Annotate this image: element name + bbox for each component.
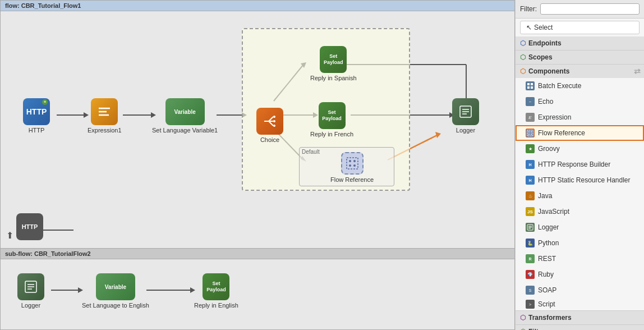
subflow-title: sub-flow: [5,250,33,257]
scopes-icon: ⬡ [520,53,526,61]
http-response-label: HTTP Response Builder [538,161,610,168]
rest-icon: R [526,254,535,263]
sidebar-item-http-response[interactable]: H HTTP Response Builder [516,157,644,172]
svg-point-47 [528,134,530,135]
collapse-icon[interactable]: ⇄ [634,67,641,76]
choice-label: Choice [260,136,279,143]
set-lang-english-node[interactable]: Variable Set Language to English [82,273,149,309]
section-scopes: ⬡ Scopes [516,51,644,65]
sidebar-item-java[interactable]: ♨ Java [516,188,644,204]
ruby-icon: 💎 [526,270,535,279]
sidebar-item-http-static[interactable]: H HTTP Static Resource Handler [516,172,644,188]
set-lang-english-label: Set Language to English [82,302,149,309]
transformers-icon: ⬡ [520,314,526,322]
expression-node[interactable]: Expression1 [88,98,122,134]
reply-english-label: Reply in English [194,302,238,309]
sidebar-item-python[interactable]: 🐍 Python [516,235,644,251]
export-icon[interactable]: ⬆ [6,230,13,241]
sidebar: Filter: ↖ Select ⬡ Endpoints ⬡ Scopes [515,0,644,330]
sidebar-item-soap[interactable]: S SOAP [516,282,644,298]
sidebar-item-echo[interactable]: ~ Echo [516,94,644,109]
subflow-arrows [1,259,514,328]
subflow-content: Logger Variable Set Language to English … [1,259,514,328]
rest-label: REST [538,255,556,263]
script-label: Script [538,300,555,308]
javascript-icon: JS [526,207,535,216]
transformers-header[interactable]: ⬡ Transformers [516,311,644,324]
section-transformers: ⬡ Transformers [516,311,644,325]
set-language-node[interactable]: Variable Set Language Variable1 [152,98,218,134]
flow-panel: flow: CBR_Tutorial_Flow1 [0,0,515,249]
scopes-header[interactable]: ⬡ Scopes [516,51,644,64]
sidebar-item-groovy[interactable]: ★ Groovy [516,141,644,157]
python-icon: 🐍 [526,239,535,247]
flow-header: flow: CBR_Tutorial_Flow1 [1,1,514,11]
filter-input[interactable] [540,3,640,15]
http-static-icon: H [526,176,535,185]
subflow-name: CBR_TutorialFlow2 [34,250,91,257]
select-label: Select [534,24,553,31]
logger-sidebar-icon [526,223,535,232]
expression-icon: E [526,113,535,122]
java-label: Java [538,192,552,200]
flow-title: flow: [5,2,20,9]
flow-name: CBR_Tutorial_Flow1 [21,2,81,9]
flow-reference-label: Flow Reference [330,176,374,183]
groovy-label: Groovy [538,145,560,153]
subflow-panel: sub-flow: CBR_TutorialFlow2 [0,249,515,330]
http-static-label: HTTP Static Resource Handler [538,176,631,184]
components-icon: ⬡ [520,67,526,75]
filters-icon: ⬡ [520,328,526,330]
sidebar-item-batch-execute[interactable]: Batch Execute [516,78,644,94]
components-header[interactable]: ⬡ Components ⇄ [516,65,644,78]
sidebar-item-logger[interactable]: Logger [516,219,644,235]
groovy-icon: ★ [526,144,535,153]
http-label: HTTP [29,127,45,134]
logger-label: Logger [456,127,475,134]
http-bottom-node[interactable]: HTTP [16,213,43,240]
java-icon: ♨ [526,191,535,200]
sidebar-item-flow-reference[interactable]: Flow Reference [516,125,644,141]
subflow-logger-node[interactable]: Logger [17,273,44,309]
svg-point-27 [353,164,356,167]
flow-reference-node[interactable]: Flow Reference [330,152,374,183]
http-node[interactable]: HTTP + HTTP [23,98,50,134]
sidebar-item-javascript[interactable]: JS JavaScript [516,204,644,219]
script-icon: > [526,300,535,309]
choice-node[interactable]: Choice [256,108,283,143]
sidebar-item-script[interactable]: > Script [516,298,644,310]
scopes-label: Scopes [528,53,553,61]
choice-container: Choice SetPayload Reply in Spanish SetPa… [242,28,410,191]
flow-reference-sidebar-icon [526,129,535,138]
endpoints-header[interactable]: ⬡ Endpoints [516,36,644,50]
transformers-label: Transformers [528,314,572,322]
section-components: ⬡ Components ⇄ Batch Execute ~ Echo [516,65,644,311]
reply-french-label: Reply in French [310,131,353,138]
svg-point-45 [528,131,530,132]
svg-point-21 [273,120,275,122]
svg-point-22 [273,125,275,127]
reply-english-node[interactable]: SetPayload Reply in English [194,273,238,309]
svg-rect-40 [527,83,530,85]
logger-sidebar-label: Logger [538,223,559,231]
section-endpoints: ⬡ Endpoints [516,36,644,51]
echo-label: Echo [538,98,553,106]
sidebar-item-rest[interactable]: R REST [516,251,644,267]
echo-icon: ~ [526,97,535,106]
section-filters: ⬡ Filters [516,325,644,330]
filters-header[interactable]: ⬡ Filters [516,325,644,330]
javascript-label: JavaScript [538,208,569,216]
default-container: Default Flow Reference [299,147,394,186]
sidebar-item-ruby[interactable]: 💎 Ruby [516,267,644,282]
subflow-header: sub-flow: CBR_TutorialFlow2 [1,249,514,259]
sidebar-item-expression[interactable]: E Expression [516,109,644,125]
canvas-area: flow: CBR_Tutorial_Flow1 [0,0,515,330]
set-payload-spanish-node[interactable]: SetPayload Reply in Spanish [310,46,357,81]
svg-point-46 [531,131,532,132]
soap-label: SOAP [538,286,556,294]
select-button[interactable]: ↖ Select [520,21,640,34]
set-payload-french-node[interactable]: SetPayload Reply in French [310,102,353,138]
filters-label: Filters [528,328,549,330]
reply-spanish-label: Reply in Spanish [310,75,357,81]
logger-node[interactable]: Logger [452,98,479,134]
